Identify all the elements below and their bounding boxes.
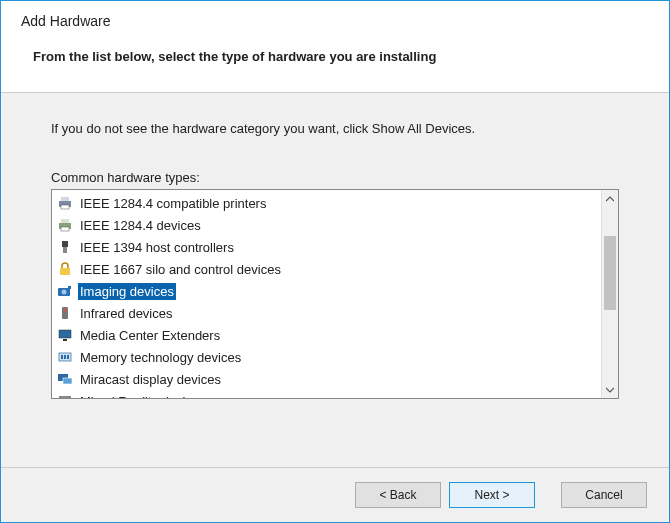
- svg-rect-2: [61, 205, 69, 209]
- list-item-label: IEEE 1394 host controllers: [78, 239, 236, 256]
- back-button[interactable]: < Back: [355, 482, 441, 508]
- list-item[interactable]: IEEE 1284.4 devices: [52, 214, 601, 236]
- list-item-label: Miracast display devices: [78, 371, 223, 388]
- svg-rect-5: [61, 227, 69, 231]
- svg-rect-17: [61, 355, 63, 359]
- dialog-title: Add Hardware: [21, 13, 649, 29]
- svg-rect-15: [63, 339, 67, 341]
- svg-rect-1: [61, 197, 69, 201]
- scroll-thumb[interactable]: [604, 236, 616, 310]
- scroll-down-button[interactable]: [602, 381, 618, 398]
- device-icon: [56, 239, 74, 255]
- svg-rect-7: [63, 247, 67, 253]
- svg-rect-22: [59, 396, 71, 398]
- list-item[interactable]: Infrared devices: [52, 302, 601, 324]
- list-item[interactable]: IEEE 1667 silo and control devices: [52, 258, 601, 280]
- device-icon: [56, 283, 74, 299]
- next-button[interactable]: Next >: [449, 482, 535, 508]
- list-item[interactable]: Media Center Extenders: [52, 324, 601, 346]
- list-item[interactable]: Miracast display devices: [52, 368, 601, 390]
- svg-rect-4: [61, 219, 69, 223]
- device-icon: [56, 371, 74, 387]
- scroll-up-button[interactable]: [602, 190, 618, 207]
- list-item-label: IEEE 1284.4 devices: [78, 217, 203, 234]
- svg-rect-14: [59, 330, 71, 338]
- device-icon: [56, 305, 74, 321]
- svg-rect-21: [63, 378, 72, 384]
- list-item[interactable]: IEEE 1394 host controllers: [52, 236, 601, 258]
- device-icon: [56, 195, 74, 211]
- svg-point-10: [62, 290, 67, 295]
- svg-rect-19: [67, 355, 69, 359]
- list-item-label: IEEE 1667 silo and control devices: [78, 261, 283, 278]
- device-icon: [56, 327, 74, 343]
- list-item-label: Media Center Extenders: [78, 327, 222, 344]
- scrollbar[interactable]: [601, 190, 618, 398]
- list-item-label: Memory technology devices: [78, 349, 243, 366]
- svg-rect-6: [62, 241, 68, 247]
- wizard-body: If you do not see the hardware category …: [1, 93, 669, 468]
- wizard-footer: < Back Next > Cancel: [1, 468, 669, 522]
- list-item-label: Imaging devices: [78, 283, 176, 300]
- device-icon: [56, 349, 74, 365]
- list-item[interactable]: Memory technology devices: [52, 346, 601, 368]
- page-title: From the list below, select the type of …: [33, 49, 649, 64]
- device-icon: [56, 217, 74, 233]
- list-item[interactable]: IEEE 1284.4 compatible printers: [52, 192, 601, 214]
- info-text: If you do not see the hardware category …: [51, 121, 619, 136]
- list-label: Common hardware types:: [51, 170, 619, 185]
- svg-rect-18: [64, 355, 66, 359]
- cancel-button[interactable]: Cancel: [561, 482, 647, 508]
- wizard-header: Add Hardware From the list below, select…: [1, 1, 669, 93]
- list-item-label: Mixed Reality devices: [78, 393, 208, 399]
- device-icon: [56, 261, 74, 277]
- svg-point-13: [64, 309, 67, 312]
- list-item[interactable]: Imaging devices: [52, 280, 601, 302]
- list-item-label: IEEE 1284.4 compatible printers: [78, 195, 268, 212]
- list-item[interactable]: Mixed Reality devices: [52, 390, 601, 398]
- hardware-listbox[interactable]: IEEE 1284.4 compatible printersIEEE 1284…: [51, 189, 619, 399]
- list-item-label: Infrared devices: [78, 305, 175, 322]
- device-icon: [56, 393, 74, 398]
- svg-rect-11: [68, 286, 71, 289]
- svg-rect-8: [60, 268, 70, 275]
